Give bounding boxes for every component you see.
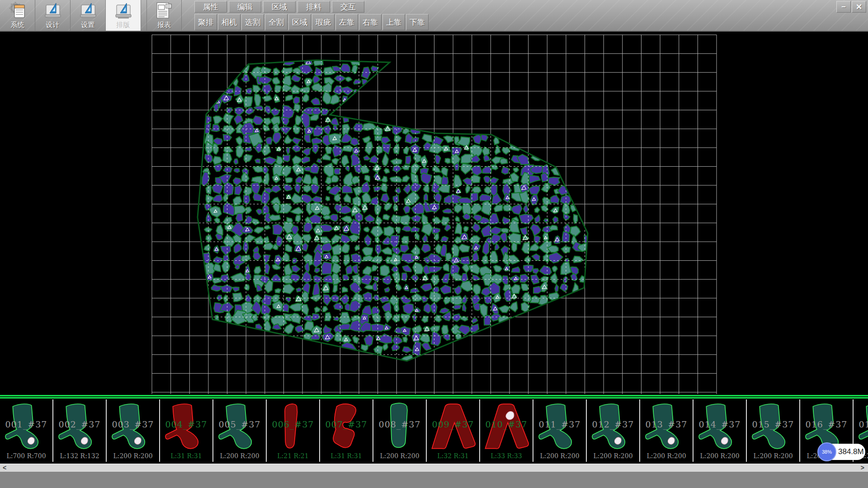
scroll-left-icon[interactable]: < bbox=[3, 464, 6, 472]
piece-thumbnail-010_#37[interactable]: 010_#37L:33 R:33 bbox=[480, 399, 533, 462]
strip-green-border bbox=[0, 394, 868, 399]
piece-thumbnail-001_#37[interactable]: 001_#37L:700 R:700 bbox=[0, 399, 53, 462]
app-button-系统[interactable]: 系统 bbox=[0, 0, 35, 31]
menu-tab-属性[interactable]: 属性 bbox=[194, 1, 227, 13]
piece-thumbnail-013_#37[interactable]: 013_#37L:200 R:200 bbox=[640, 399, 693, 462]
piece-shape bbox=[642, 400, 690, 454]
piece-shape bbox=[322, 400, 370, 454]
menu-tab-编辑[interactable]: 编辑 bbox=[229, 1, 261, 13]
piece-shape bbox=[109, 400, 157, 454]
piece-shape bbox=[589, 400, 637, 454]
app-mode-buttons: 系统 设计 设置 排版 报表 bbox=[0, 0, 182, 31]
piece-thumbnail-015_#37[interactable]: 015_#37L:200 R:200 bbox=[747, 399, 800, 462]
app-button-label: 报表 bbox=[157, 21, 171, 29]
piece-thumbnail-strip: 001_#37L:700 R:700002_#37L:132 R:132003_… bbox=[0, 394, 868, 462]
piece-shape bbox=[696, 400, 744, 454]
menu-tab-排料[interactable]: 排料 bbox=[297, 1, 330, 13]
piece-shape bbox=[216, 400, 264, 454]
piece-shape bbox=[56, 400, 104, 454]
system-gear-icon bbox=[8, 1, 27, 20]
piece-thumbnail-004_#37[interactable]: 004_#37L:31 R:31 bbox=[160, 399, 213, 462]
menu-tabs: 属性编辑区域排料交互 bbox=[194, 1, 364, 13]
piece-thumbnail-008_#37[interactable]: 008_#37L:200 R:200 bbox=[373, 399, 427, 462]
piece-thumbnail-012_#37[interactable]: 012_#37L:200 R:200 bbox=[587, 399, 640, 462]
piece-shape bbox=[376, 400, 424, 454]
scroll-right-icon[interactable]: > bbox=[861, 464, 864, 472]
tool-button-左靠[interactable]: 左靠 bbox=[335, 14, 358, 30]
minimize-button[interactable]: – bbox=[836, 1, 851, 13]
app-button-label: 设置 bbox=[81, 21, 95, 29]
report-doc-icon bbox=[155, 1, 174, 20]
piece-thumbnail-003_#37[interactable]: 003_#37L:200 R:200 bbox=[107, 399, 160, 462]
tool-button-下靠[interactable]: 下靠 bbox=[406, 14, 429, 30]
tool-button-相机[interactable]: 相机 bbox=[218, 14, 241, 30]
piece-shape bbox=[2, 400, 50, 454]
tool-button-聚排[interactable]: 聚排 bbox=[194, 14, 217, 30]
toolbar: 系统 设计 设置 排版 报表 属性编辑区域排料交互 聚排相机选割全割区域瑕疵左靠… bbox=[0, 0, 868, 32]
piece-shape bbox=[429, 400, 477, 454]
piece-thumbnail-009_#37[interactable]: 009_#37L:32 R:31 bbox=[427, 399, 480, 462]
tool-button-全割[interactable]: 全割 bbox=[265, 14, 288, 30]
close-button[interactable]: ✕ bbox=[852, 1, 866, 13]
piece-thumbnail-014_#37[interactable]: 014_#37L:200 R:200 bbox=[693, 399, 747, 462]
menu-tab-区域[interactable]: 区域 bbox=[263, 1, 296, 13]
app-button-label: 系统 bbox=[11, 21, 24, 29]
app-button-label: 设计 bbox=[46, 21, 60, 29]
layout-ruler-icon bbox=[114, 1, 133, 20]
nesting-app-window: 系统 设计 设置 排版 报表 属性编辑区域排料交互 聚排相机选割全割区域瑕疵左靠… bbox=[0, 0, 868, 488]
piece-cells: 001_#37L:700 R:700002_#37L:132 R:132003_… bbox=[0, 399, 868, 462]
tool-button-选割[interactable]: 选割 bbox=[241, 14, 264, 30]
tool-button-瑕疵[interactable]: 瑕疵 bbox=[312, 14, 335, 30]
tool-button-区域[interactable]: 区域 bbox=[288, 14, 311, 30]
app-button-报表[interactable]: 报表 bbox=[146, 0, 182, 31]
piece-shape bbox=[482, 400, 530, 454]
piece-thumbnail-007_#37[interactable]: 007_#37L:31 R:31 bbox=[320, 399, 373, 462]
nesting-canvas-svg bbox=[0, 32, 868, 394]
piece-shape bbox=[749, 400, 797, 454]
app-button-设置[interactable]: 设置 bbox=[71, 0, 106, 31]
piece-shape bbox=[269, 400, 317, 454]
tool-button-右靠[interactable]: 右靠 bbox=[359, 14, 382, 30]
bottom-status-band bbox=[0, 472, 868, 488]
app-button-设计[interactable]: 设计 bbox=[35, 0, 71, 31]
tool-button-上靠[interactable]: 上靠 bbox=[382, 14, 405, 30]
menu-tab-交互[interactable]: 交互 bbox=[332, 1, 364, 13]
piece-thumbnail-006_#37[interactable]: 006_#37L:21 R:21 bbox=[267, 399, 320, 462]
tool-buttons: 聚排相机选割全割区域瑕疵左靠右靠上靠下靠 bbox=[194, 14, 429, 30]
settings-ruler-icon bbox=[79, 1, 98, 20]
memory-status-pill: 38% 384.8M bbox=[818, 444, 865, 460]
horizontal-scrollbar[interactable]: < > bbox=[0, 464, 868, 472]
piece-thumbnail-002_#37[interactable]: 002_#37L:132 R:132 bbox=[53, 399, 107, 462]
piece-shape bbox=[162, 400, 210, 454]
window-controls: – ✕ bbox=[836, 1, 866, 13]
app-button-排版[interactable]: 排版 bbox=[106, 0, 141, 31]
piece-thumbnail-011_#37[interactable]: 011_#37L:200 R:200 bbox=[533, 399, 587, 462]
nesting-canvas[interactable] bbox=[0, 32, 868, 394]
app-button-label: 排版 bbox=[117, 21, 130, 29]
memory-usage-label: 384.8M bbox=[838, 447, 864, 456]
piece-thumbnail-005_#37[interactable]: 005_#37L:200 R:200 bbox=[213, 399, 267, 462]
design-ruler-icon bbox=[43, 1, 62, 20]
progress-badge: 38% bbox=[817, 442, 836, 461]
piece-shape bbox=[536, 400, 584, 454]
